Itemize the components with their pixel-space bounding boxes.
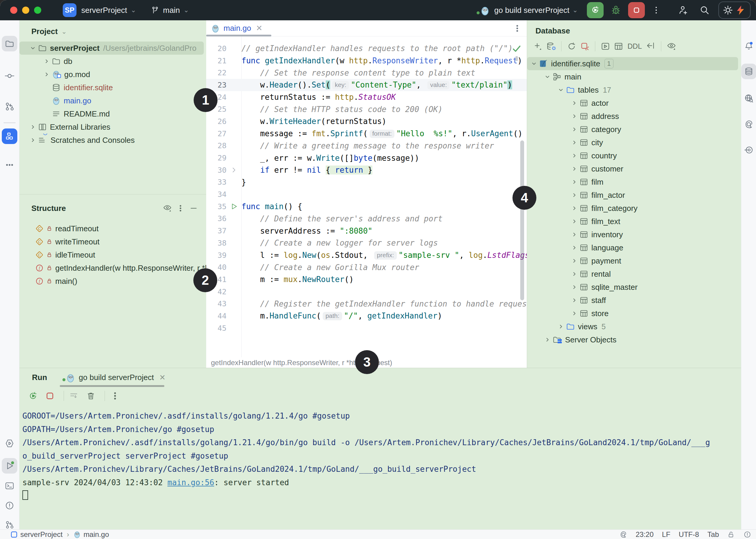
tree-item-external-libraries[interactable]: External Libraries <box>20 120 204 133</box>
tree-item-film_category[interactable]: film_category <box>527 202 738 215</box>
tree-item-go.mod[interactable]: go.mod <box>20 68 204 81</box>
unlocked-padlock-icon[interactable] <box>727 531 735 538</box>
code-line-43[interactable]: 43 // Register the getIndexHandler funct… <box>206 298 527 310</box>
debug-button[interactable] <box>608 2 623 18</box>
code-line-37[interactable]: 37 serverAddress := ":8080" <box>206 225 527 237</box>
tree-item-serverproject[interactable]: serverProject /Users/jetbrains/GolandPro <box>20 41 204 55</box>
chevron-right-icon[interactable] <box>569 258 579 264</box>
close-window-button[interactable] <box>10 7 17 14</box>
refresh-button[interactable] <box>565 40 578 53</box>
chevron-right-icon[interactable] <box>569 244 579 251</box>
disconnect-button[interactable] <box>578 40 591 53</box>
code-line-42[interactable]: 42 <box>206 286 527 298</box>
code-line-26[interactable]: 26 w.WriteHeader(returnStatus) <box>206 115 527 127</box>
tree-item-main.go[interactable]: main.go <box>20 94 204 107</box>
structure-item-writetimeout[interactable]: CwriteTimeout <box>20 235 206 248</box>
chevron-right-icon[interactable] <box>569 297 579 304</box>
statusbar-project-crumb[interactable]: serverProject <box>20 530 62 539</box>
close-tab-icon[interactable]: ✕ <box>159 373 166 382</box>
structure-toolwindow-button[interactable] <box>2 128 17 144</box>
more-options-button[interactable] <box>109 389 121 403</box>
pull-requests-toolwindow-button[interactable] <box>2 99 17 114</box>
code-line-30[interactable]: 30 if err != nil { return } <box>206 164 527 176</box>
code-line-24[interactable]: 24 returnStatus := http.StatusOK <box>206 91 527 103</box>
statusbar-file-crumb[interactable]: main.go <box>83 530 109 539</box>
inspections-status-widget[interactable] <box>511 43 522 61</box>
encoding-widget[interactable]: UTF-8 <box>679 530 699 539</box>
tree-item-film_text[interactable]: film_text <box>527 215 738 228</box>
project-toolwindow-button[interactable] <box>2 36 17 51</box>
code-line-40[interactable]: 40 // Create a new Gorilla Mux router <box>206 261 527 273</box>
console-file-link[interactable]: main.go:56 <box>167 478 214 487</box>
tree-item-staff[interactable]: staff <box>527 294 738 307</box>
ai-assistant-toolwindow-button[interactable] <box>741 116 756 132</box>
tree-item-main[interactable]: main <box>527 70 738 83</box>
query-console-button[interactable] <box>599 40 612 53</box>
editor-options-kebab-icon[interactable] <box>511 22 524 35</box>
chevron-right-icon[interactable] <box>569 284 579 290</box>
datasource-properties-button[interactable] <box>545 40 558 53</box>
more-toolwindows-button[interactable] <box>2 157 17 173</box>
chevron-right-icon[interactable] <box>569 231 579 238</box>
problems-icon[interactable] <box>743 531 751 538</box>
structure-item-getindexhandler[interactable]: fgetIndexHandler(w http.ResponseWriter, … <box>20 262 206 274</box>
run-toolwindow-button[interactable] <box>2 458 17 474</box>
tree-item-db[interactable]: db <box>20 55 204 68</box>
chevron-right-icon[interactable] <box>569 310 579 317</box>
chevron-right-icon[interactable] <box>569 139 579 146</box>
tree-item-customer[interactable]: customer <box>527 162 738 175</box>
chevron-down-icon[interactable] <box>542 73 553 80</box>
search-everywhere-button[interactable] <box>698 2 711 18</box>
tree-item-actor[interactable]: actor <box>527 97 738 110</box>
code-line-39[interactable]: 39 l := log.New(os.Stdout, prefix:"sampl… <box>206 249 527 262</box>
terminal-toolwindow-button[interactable] <box>2 478 17 494</box>
rerun-button[interactable] <box>27 389 40 403</box>
chevron-down-icon[interactable] <box>556 87 566 93</box>
code-line-33[interactable]: 33} <box>206 176 527 189</box>
code-line-27[interactable]: 27 message := fmt.Sprintf(format:"Hello … <box>206 127 527 140</box>
problems-toolwindow-button[interactable] <box>2 498 17 513</box>
chevron-right-icon[interactable] <box>28 124 38 130</box>
fold-gutter-icon[interactable] <box>226 166 242 174</box>
tree-item-rental[interactable]: rental <box>527 268 738 280</box>
code-line-21[interactable]: 21func getIndexHandler(w http.ResponseWr… <box>206 55 527 67</box>
code-line-34[interactable]: 34 <box>206 188 527 200</box>
code-line-45[interactable]: 45 <box>206 322 527 334</box>
editor-scrollbar[interactable] <box>520 140 524 300</box>
code-line-22[interactable]: 22 // Set the response content type to p… <box>206 67 527 79</box>
run-button[interactable] <box>587 2 604 18</box>
tree-item-payment[interactable]: payment <box>527 254 738 268</box>
tree-item-city[interactable]: city <box>527 136 738 149</box>
chevron-right-icon[interactable] <box>569 166 579 172</box>
branch-selector[interactable]: main <box>163 6 180 15</box>
maximize-window-button[interactable] <box>34 7 41 14</box>
ddl-label[interactable]: DDL <box>625 40 644 53</box>
run-tab[interactable]: go build serverProject ✕ <box>66 373 166 382</box>
hide-panel-icon[interactable] <box>187 202 200 215</box>
code-line-29[interactable]: 29 _, err := w.Write([]byte(message)) <box>206 152 527 164</box>
clear-console-button[interactable] <box>84 389 98 403</box>
stop-button[interactable] <box>43 389 56 403</box>
structure-item-main[interactable]: fmain() <box>20 274 206 288</box>
at-spiral-icon[interactable] <box>620 531 627 538</box>
soft-wrap-button[interactable] <box>67 389 81 403</box>
chevron-right-icon[interactable] <box>569 100 579 106</box>
notifications-button[interactable] <box>741 38 756 54</box>
code-line-44[interactable]: 44 m.HandleFunc(path:"/", getIndexHandle… <box>206 310 527 322</box>
tree-item-server-objects[interactable]: Server Objects <box>527 333 738 346</box>
stop-button[interactable] <box>628 2 645 18</box>
chevron-right-icon[interactable] <box>41 71 52 78</box>
chevron-down-icon[interactable] <box>529 60 539 67</box>
chevron-right-icon[interactable] <box>28 137 38 143</box>
tree-item-address[interactable]: address <box>527 110 738 123</box>
chevron-right-icon[interactable] <box>569 271 579 277</box>
code-with-me-button[interactable] <box>676 2 690 18</box>
chevron-right-icon[interactable] <box>569 152 579 159</box>
run-configuration-selector[interactable]: go build serverProject <box>494 6 569 15</box>
project-avatar[interactable]: SP <box>63 3 77 17</box>
view-options-button[interactable] <box>665 40 678 53</box>
endpoints-toolwindow-button[interactable] <box>741 91 756 106</box>
tree-item-film[interactable]: film <box>527 175 738 189</box>
chevron-down-icon[interactable] <box>28 45 38 51</box>
code-line-38[interactable]: 38 // Create a new logger for server log… <box>206 237 527 249</box>
